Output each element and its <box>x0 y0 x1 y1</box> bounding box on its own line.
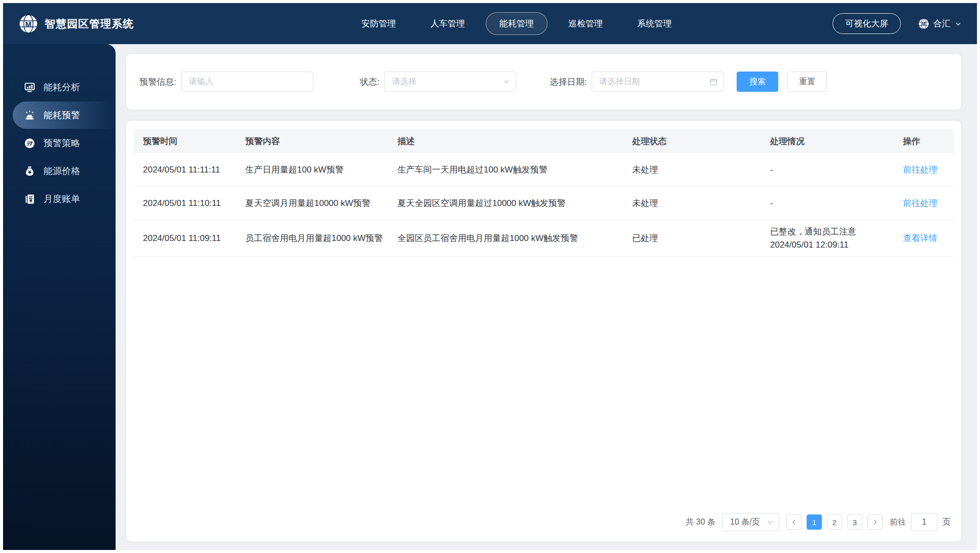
goto-page: 前往 页 <box>890 513 951 531</box>
goto-label: 前往 <box>890 517 906 528</box>
sidebar-item-label: 能源价格 <box>44 165 80 177</box>
page-button-3[interactable]: 3 <box>847 514 862 530</box>
visual-big-screen-button[interactable]: 可视化大屏 <box>832 13 901 34</box>
status-label: 状态: <box>360 76 380 88</box>
view-detail-link[interactable]: 查看详情 <box>894 227 954 250</box>
date-picker-input[interactable] <box>592 72 723 92</box>
date-label: 选择日期: <box>550 76 587 88</box>
col-warning-content: 预警内容 <box>236 135 388 147</box>
cell-warning-content: 夏天空调月用量超10000 kW预警 <box>236 192 388 215</box>
svg-text:¥: ¥ <box>28 170 31 175</box>
nav-item-system[interactable]: 系统管理 <box>624 12 685 35</box>
next-page-button[interactable] <box>867 514 883 530</box>
sidebar-item-warning-strategy[interactable]: 预警策略 <box>3 129 116 157</box>
alarm-siren-icon <box>24 110 35 121</box>
nav-item-energy[interactable]: 能耗管理 <box>486 12 548 35</box>
svg-text:M: M <box>922 22 926 26</box>
table-header-row: 预警时间 预警内容 描述 处理状态 处理情况 操作 <box>134 129 954 153</box>
col-description: 描述 <box>388 135 623 147</box>
goto-page-input[interactable] <box>911 513 937 531</box>
page-button-2[interactable]: 2 <box>827 514 842 530</box>
page-suffix-label: 页 <box>942 517 951 528</box>
globe-logo-icon: M <box>18 14 39 34</box>
bill-receipt-icon: ¥ <box>24 194 35 204</box>
cell-warning-content: 生产日用量超100 kW预警 <box>236 158 388 182</box>
col-handle-detail: 处理情况 <box>761 135 894 147</box>
go-handle-link[interactable]: 前往处理 <box>894 158 954 182</box>
filter-bar: 预警信息: 状态: 选择日期: <box>126 53 962 110</box>
sidebar-item-label: 能耗预警 <box>44 109 80 121</box>
svg-text:¥: ¥ <box>29 198 32 203</box>
warning-info-input[interactable] <box>182 72 313 92</box>
nav-item-inspection[interactable]: 巡检管理 <box>555 12 616 35</box>
warning-info-label: 预警信息: <box>139 76 176 88</box>
cell-description: 夏天全园区空调用量超过10000 kW触发预警 <box>388 192 623 215</box>
cell-description: 全园区员工宿舍用电月用量超1000 kW触发预警 <box>388 227 623 250</box>
cell-handle-detail: - <box>761 192 894 215</box>
handle-detail-line2: 2024/05/01 12:09:11 <box>770 238 889 252</box>
status-select-input[interactable] <box>384 72 516 92</box>
nav-item-security[interactable]: 安防管理 <box>348 12 410 35</box>
col-warning-time: 预警时间 <box>134 135 236 147</box>
svg-text:M: M <box>25 20 32 28</box>
cell-warning-time: 2024/05/01 11:11:11 <box>134 158 236 182</box>
chevron-down-icon <box>767 519 774 526</box>
cell-warning-time: 2024/05/01 11:09:11 <box>134 227 236 250</box>
sidebar: 能耗分析 能耗预警 <box>3 44 116 550</box>
table-row: 2024/05/01 11:11:11 生产日用量超100 kW预警 生产车间一… <box>134 153 954 187</box>
search-button[interactable]: 搜索 <box>737 72 778 92</box>
cell-handle-status: 未处理 <box>623 192 761 215</box>
cell-warning-content: 员工宿舍用电月用量超1000 kW预警 <box>236 227 388 250</box>
pagination: 共 30 条 10 条/页 1 2 3 <box>134 506 954 531</box>
warning-table: 预警时间 预警内容 描述 处理状态 处理情况 操作 2024/05/01 11:… <box>134 129 954 257</box>
user-avatar: M <box>918 18 929 29</box>
sidebar-item-label: 能耗分析 <box>44 81 80 93</box>
cell-handle-status: 未处理 <box>623 158 761 182</box>
date-picker[interactable] <box>592 72 723 92</box>
user-name: 合汇 <box>933 18 951 29</box>
page-size-value: 10 条/页 <box>730 517 760 528</box>
col-handle-status: 处理状态 <box>623 135 761 147</box>
cell-handle-status: 已处理 <box>623 227 761 250</box>
main-content: 预警信息: 状态: 选择日期: <box>116 44 977 550</box>
nav-item-people-vehicle[interactable]: 人车管理 <box>417 12 479 35</box>
page-button-1[interactable]: 1 <box>807 514 822 530</box>
body: 能耗分析 能耗预警 <box>3 44 977 550</box>
top-header: M 智慧园区管理系统 安防管理 人车管理 能耗管理 巡检管理 系统管理 可视化大… <box>3 3 977 44</box>
chart-monitor-icon <box>24 82 35 93</box>
sidebar-item-energy-analysis[interactable]: 能耗分析 <box>3 74 116 101</box>
topbar-right: 可视化大屏 M 合汇 <box>832 13 962 34</box>
warning-table-card: 预警时间 预警内容 描述 处理状态 处理情况 操作 2024/05/01 11:… <box>126 120 962 542</box>
top-nav: 安防管理 人车管理 能耗管理 巡检管理 系统管理 <box>201 12 832 35</box>
sidebar-item-label: 预警策略 <box>44 137 80 149</box>
cell-description: 生产车间一天用电超过100 kW触发预警 <box>388 158 623 182</box>
page-size-select[interactable]: 10 条/页 <box>722 513 779 531</box>
sidebar-item-energy-price[interactable]: ¥ 能源价格 <box>3 157 116 185</box>
user-menu[interactable]: M 合汇 <box>918 18 962 29</box>
sidebar-item-monthly-bill[interactable]: ¥ 月度账单 <box>3 185 116 213</box>
prev-page-button[interactable] <box>786 514 802 530</box>
table-row: 2024/05/01 11:10:11 夏天空调月用量超10000 kW预警 夏… <box>134 187 954 220</box>
cell-handle-detail: - <box>761 158 894 182</box>
pager: 1 2 3 <box>786 514 883 530</box>
go-handle-link[interactable]: 前往处理 <box>894 192 954 215</box>
app-title: 智慧园区管理系统 <box>45 17 134 31</box>
cell-handle-detail: 已整改，通知员工注意 2024/05/01 12:09:11 <box>761 220 894 256</box>
table-row: 2024/05/01 11:09:11 员工宿舍用电月用量超1000 kW预警 … <box>134 220 954 257</box>
strategy-pen-icon <box>24 138 35 149</box>
cell-warning-time: 2024/05/01 11:10:11 <box>134 192 236 215</box>
brand: M 智慧园区管理系统 <box>18 14 201 34</box>
reset-button[interactable]: 重置 <box>787 72 827 92</box>
handle-detail-line1: 已整改，通知员工注意 <box>770 225 889 238</box>
warning-info-field <box>182 72 313 92</box>
sidebar-item-energy-warning[interactable]: 能耗预警 <box>13 101 116 129</box>
col-actions: 操作 <box>894 135 954 147</box>
app-root: M 智慧园区管理系统 安防管理 人车管理 能耗管理 巡检管理 系统管理 可视化大… <box>0 0 980 553</box>
chevron-down-icon <box>955 20 962 27</box>
money-bag-icon: ¥ <box>24 166 35 177</box>
sidebar-item-label: 月度账单 <box>44 193 80 205</box>
status-select[interactable] <box>384 72 516 92</box>
total-count: 共 30 条 <box>685 517 715 528</box>
